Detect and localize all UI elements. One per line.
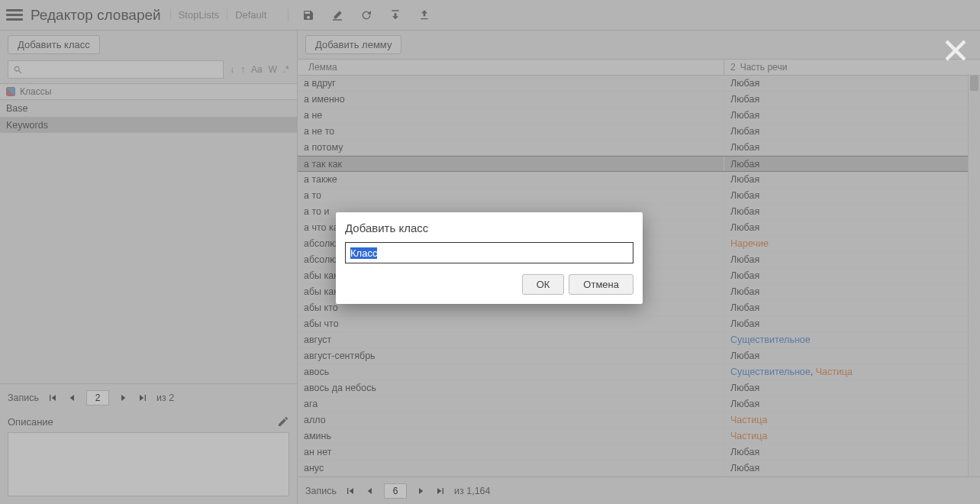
- ok-button[interactable]: ОК: [522, 274, 565, 295]
- cancel-button[interactable]: Отмена: [569, 274, 633, 295]
- close-icon[interactable]: [942, 37, 969, 67]
- dialog-title: Добавить класс: [345, 221, 633, 234]
- add-class-dialog: Добавить класс ОК Отмена: [336, 212, 643, 304]
- class-name-input[interactable]: [345, 242, 633, 263]
- modal-overlay[interactable]: Добавить класс ОК Отмена: [0, 0, 980, 504]
